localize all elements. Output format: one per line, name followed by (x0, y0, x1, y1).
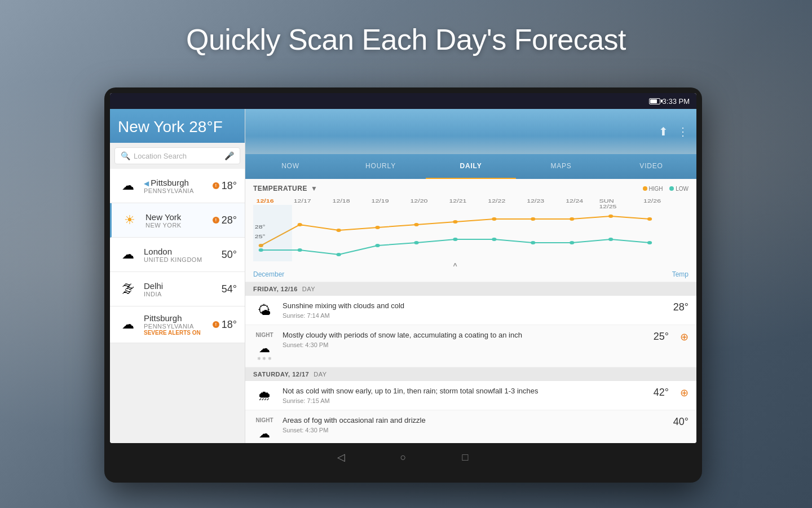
forecast-night-col: NIGHT ☁ (253, 416, 276, 440)
svg-point-15 (298, 223, 302, 226)
forecast-sub: Sunset: 4:30 PM (283, 341, 647, 348)
forecast-item[interactable]: NIGHT ☁ ❄ ❄ ❄ Mostly cloudy with periods… (245, 325, 696, 367)
tablet-nav-bar: ◁ ○ □ (110, 443, 696, 471)
chart-title-text: TEMPERATURE (253, 185, 307, 192)
page-headline: Quickly Scan Each Day's Forecast (0, 23, 812, 56)
share-icon[interactable]: ⬆ (659, 125, 668, 138)
battery-icon (649, 98, 660, 104)
forecast-temp: 40° (673, 416, 689, 428)
svg-point-33 (570, 241, 574, 244)
microphone-icon[interactable]: 🎤 (224, 151, 234, 160)
list-item[interactable]: ☀ New York New York ! 28° (110, 203, 245, 238)
alert-dot: ! (213, 217, 219, 224)
svg-point-16 (337, 229, 341, 232)
back-button[interactable]: ◁ (333, 449, 350, 466)
location-region: India (144, 291, 216, 297)
home-button[interactable]: ○ (395, 449, 412, 466)
status-bar: 3:33 PM (110, 93, 696, 109)
sidebar-city-name: New York (118, 118, 184, 136)
svg-text:12/23: 12/23 (527, 198, 544, 204)
location-temp: ! 28° (213, 214, 237, 226)
list-item[interactable]: ☁ ◀ Pittsburgh Pennsylvania ! 18° (110, 169, 245, 203)
search-icon: 🔍 (121, 151, 130, 160)
svg-text:12/21: 12/21 (449, 198, 466, 204)
search-placeholder: Location Search (134, 152, 221, 160)
sidebar-header-city-row: New York 28°F (118, 118, 237, 136)
forecast-night-col: NIGHT ☁ ❄ ❄ ❄ (253, 331, 276, 361)
list-item[interactable]: ☁ London United Kingdom 50° (110, 238, 245, 272)
main-panel: ⬆ ⋮ NOW HOURLY DAILY MAPS VIDEO (245, 109, 696, 443)
forecast-weather-icon: 🌤 (253, 301, 276, 318)
search-bar[interactable]: 🔍 Location Search 🎤 (114, 147, 240, 164)
location-list: ☁ ◀ Pittsburgh Pennsylvania ! 18° (110, 169, 245, 443)
svg-text:SUN: SUN (599, 198, 614, 204)
location-name: Pittsburgh (144, 313, 207, 323)
weather-icon: ☀ (120, 210, 140, 230)
sidebar-header: New York 28°F (110, 109, 245, 143)
svg-point-19 (453, 220, 457, 224)
sidebar: New York 28°F 🔍 Location Search 🎤 (110, 109, 245, 443)
forecast-temp: 42° (654, 387, 669, 398)
forecast-description: Sunshine mixing with clouds and cold (283, 301, 667, 311)
forecast-details: Areas of fog with occasional rain and dr… (283, 416, 667, 433)
chart-container: TEMPERATURE ▼ HIGH LOW (245, 179, 696, 282)
location-name: Delhi (144, 281, 216, 291)
legend-high: HIGH (643, 186, 663, 192)
svg-point-23 (608, 214, 613, 218)
forecast-temp: 25° (654, 331, 669, 343)
location-info: Delhi India (144, 281, 216, 297)
forecast-item[interactable]: 🌤 Sunshine mixing with clouds and cold S… (245, 296, 696, 325)
forecast-weather-icon: 🌧 (253, 387, 276, 404)
expand-icon[interactable]: ⊕ (680, 387, 689, 399)
app-content: New York 28°F 🔍 Location Search 🎤 (110, 109, 696, 443)
location-region: United Kingdom (144, 256, 216, 263)
svg-text:12/25: 12/25 (599, 204, 616, 209)
svg-point-26 (298, 248, 302, 252)
location-region: Pennsylvania (144, 323, 207, 330)
forecast-period: DAY (302, 286, 315, 292)
nav-tabs: NOW HOURLY DAILY MAPS VIDEO (245, 154, 696, 179)
forecast-period: DAY (314, 371, 326, 378)
list-item[interactable]: ☁ Pittsburgh Pennsylvania Severe Alerts … (110, 306, 245, 343)
chart-dropdown-icon[interactable]: ▼ (311, 185, 317, 192)
chart-header: TEMPERATURE ▼ HIGH LOW (253, 185, 689, 192)
list-item[interactable]: 🌫 Delhi India 54° (110, 272, 245, 306)
location-name: New York (145, 212, 207, 222)
tab-video[interactable]: VIDEO (606, 154, 696, 179)
snow-icon: ❄ ❄ ❄ (257, 356, 271, 361)
forecast-item[interactable]: 🌧 Not as cold with snow early, up to 1in… (245, 381, 696, 410)
weather-icon: ☁ (118, 314, 138, 335)
forecast-details: Mostly cloudy with periods of snow late,… (283, 331, 647, 348)
forecast-date: SATURDAY, 12/17 (253, 371, 309, 378)
tab-hourly[interactable]: HOURLY (336, 154, 426, 179)
chart-footer: December Temp (253, 270, 689, 278)
svg-text:12/26: 12/26 (643, 198, 661, 204)
forecast-item[interactable]: NIGHT ☁ Areas of fog with occasional rai… (245, 410, 696, 443)
svg-point-17 (375, 226, 379, 229)
expand-icon[interactable]: ⊕ (680, 331, 689, 343)
chart-month-label: December (253, 270, 284, 278)
svg-text:12/20: 12/20 (410, 198, 427, 204)
forecast-night-icon: ☁ (259, 341, 270, 355)
forecast-temp: 28° (673, 301, 689, 313)
svg-text:12/19: 12/19 (372, 198, 389, 204)
location-region: New York (145, 222, 207, 229)
more-options-icon[interactable]: ⋮ (677, 125, 689, 138)
alert-dot: ! (213, 182, 219, 189)
tab-maps[interactable]: MAPS (516, 154, 606, 179)
location-temp: 54° (222, 283, 237, 295)
weather-icon: ☁ (118, 176, 138, 196)
forecast-night-icon: ☁ (259, 427, 270, 440)
location-temp: ! 18° (213, 180, 237, 192)
tab-now[interactable]: NOW (245, 154, 336, 179)
svg-point-29 (414, 241, 418, 244)
recent-apps-button[interactable]: □ (457, 449, 474, 466)
forecast-details: Not as cold with snow early, up to 1in, … (283, 387, 647, 404)
tablet-screen: 3:33 PM New York 28°F 🔍 Loc (110, 93, 696, 443)
chart-temp-unit-label: Temp (672, 270, 689, 278)
location-info: ◀ Pittsburgh Pennsylvania (144, 178, 207, 194)
chart-legend: HIGH LOW (643, 186, 689, 192)
location-temp: ! 18° (213, 319, 237, 331)
forecast-sub: Sunrise: 7:14 AM (283, 312, 667, 319)
tab-daily[interactable]: DAILY (426, 154, 516, 179)
